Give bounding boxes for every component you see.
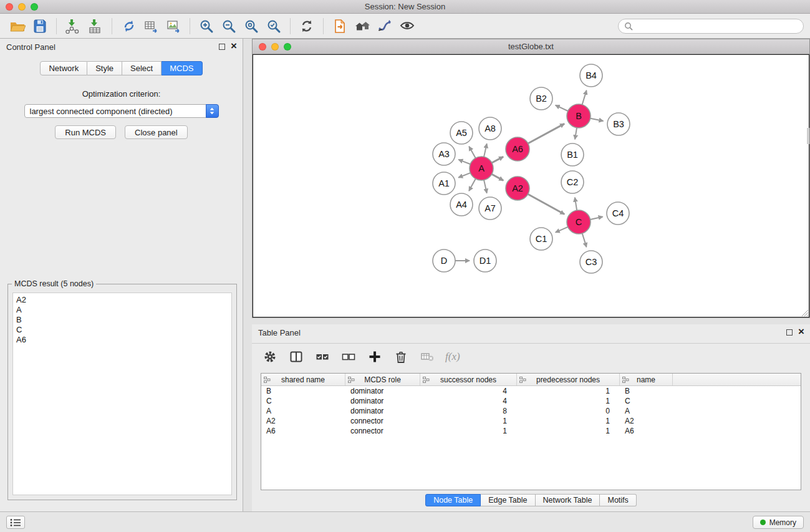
node-A3[interactable]: A3 <box>433 143 455 165</box>
cell-predecessor-nodes[interactable]: 0 <box>517 406 620 416</box>
float-table-panel-icon[interactable] <box>786 329 793 336</box>
show-columns-button[interactable] <box>288 349 304 365</box>
cell-mcds-role[interactable]: dominator <box>345 386 420 396</box>
import-network-button[interactable] <box>62 16 84 36</box>
node-A2[interactable]: A2 <box>506 177 529 200</box>
edge-C-C2[interactable] <box>575 198 577 211</box>
node-A4[interactable]: A4 <box>450 193 473 216</box>
tab-network-table[interactable]: Network Table <box>536 494 600 506</box>
open-session-button[interactable] <box>6 16 29 36</box>
edge-C-C3[interactable] <box>582 233 587 247</box>
cell-name[interactable]: B <box>620 386 673 396</box>
edge-A-A3[interactable] <box>458 160 470 164</box>
node-B3[interactable]: B3 <box>607 113 630 135</box>
apply-style-button[interactable] <box>374 16 396 36</box>
cell-predecessor-nodes[interactable]: 1 <box>517 386 620 396</box>
cell-shared-name[interactable]: C <box>261 396 345 406</box>
result-item-b[interactable]: B <box>16 315 228 325</box>
cell-mcds-role[interactable]: connector <box>345 426 420 436</box>
cell-predecessor-nodes[interactable]: 1 <box>517 426 620 436</box>
edge-B-B4[interactable] <box>582 90 587 105</box>
add-row-button[interactable] <box>367 349 383 365</box>
zoom-selected-button[interactable] <box>263 16 285 36</box>
resize-grip-icon[interactable] <box>801 309 809 317</box>
cell-predecessor-nodes[interactable]: 1 <box>517 416 620 426</box>
node-B[interactable]: B <box>567 104 591 128</box>
cell-name[interactable]: A <box>620 406 673 416</box>
cell-shared-name[interactable]: B <box>261 386 345 396</box>
tab-edge-table[interactable]: Edge Table <box>481 494 535 506</box>
node-D[interactable]: D <box>433 249 455 272</box>
zoom-fit-button[interactable] <box>240 16 263 36</box>
unselect-all-button[interactable] <box>340 349 357 365</box>
cell-shared-name[interactable]: A6 <box>261 426 345 436</box>
edge-A-A8[interactable] <box>484 143 487 157</box>
node-C1[interactable]: C1 <box>530 228 552 250</box>
save-session-button[interactable] <box>29 16 51 36</box>
search-box[interactable] <box>618 19 804 34</box>
cell-name[interactable]: C <box>620 396 673 406</box>
import-table-button[interactable] <box>84 16 107 36</box>
node-B1[interactable]: B1 <box>561 143 584 166</box>
search-input[interactable] <box>637 21 798 31</box>
node-A8[interactable]: A8 <box>479 117 501 140</box>
cell-successor-nodes[interactable]: 8 <box>420 406 517 416</box>
edge-A-A1[interactable] <box>458 173 470 178</box>
cell-successor-nodes[interactable]: 4 <box>420 396 517 406</box>
column-header-successor-nodes[interactable]: successor nodes <box>420 374 517 385</box>
run-mcds-button[interactable]: Run MCDS <box>55 125 116 139</box>
column-header-name[interactable]: name <box>620 374 673 385</box>
table-row-a[interactable]: Adominator80A <box>261 406 801 416</box>
delete-rows-button[interactable] <box>393 349 409 365</box>
cell-predecessor-nodes[interactable]: 1 <box>517 396 620 406</box>
node-A1[interactable]: A1 <box>433 172 455 195</box>
edge-A6-B[interactable] <box>528 123 564 143</box>
network-window-titlebar[interactable]: testGlobe.txt <box>253 39 809 54</box>
tab-select[interactable]: Select <box>122 61 162 75</box>
edge-A-A2[interactable] <box>492 174 504 180</box>
task-history-button[interactable] <box>6 516 25 529</box>
tab-mcds[interactable]: MCDS <box>162 61 202 75</box>
criterion-dropdown[interactable]: largest connected component (directed) <box>24 104 219 118</box>
node-B2[interactable]: B2 <box>530 87 552 110</box>
edge-C-C1[interactable] <box>556 227 568 233</box>
edge-B-B3[interactable] <box>591 118 604 121</box>
node-A5[interactable]: A5 <box>450 122 473 144</box>
node-A7[interactable]: A7 <box>479 197 501 220</box>
node-C4[interactable]: C4 <box>607 202 629 225</box>
float-panel-icon[interactable] <box>219 44 225 50</box>
select-all-button[interactable] <box>314 349 330 365</box>
close-panel-button[interactable]: Close panel <box>125 125 188 139</box>
cell-name[interactable]: A6 <box>620 426 673 436</box>
cell-shared-name[interactable]: A2 <box>261 416 345 426</box>
table-row-a6[interactable]: A6connector11A6 <box>261 426 801 436</box>
new-table-button[interactable] <box>140 16 162 36</box>
cell-successor-nodes[interactable]: 1 <box>420 426 517 436</box>
edge-B-B2[interactable] <box>556 105 568 111</box>
node-D1[interactable]: D1 <box>474 249 496 272</box>
refresh-layout-button[interactable] <box>296 16 318 36</box>
cell-mcds-role[interactable]: connector <box>345 416 420 426</box>
cell-name[interactable]: A2 <box>620 416 673 426</box>
node-C3[interactable]: C3 <box>580 251 602 273</box>
close-panel-icon[interactable]: × <box>231 40 237 52</box>
tab-network[interactable]: Network <box>40 61 87 75</box>
edge-A2-C[interactable] <box>528 194 565 214</box>
table-row-c[interactable]: Cdominator41C <box>261 396 801 406</box>
zoom-out-button[interactable] <box>218 16 240 36</box>
column-header-shared-name[interactable]: shared name <box>261 374 345 385</box>
column-header-predecessor-nodes[interactable]: predecessor nodes <box>517 374 620 385</box>
edge-A-A4[interactable] <box>469 179 476 191</box>
open-file-button[interactable] <box>329 16 351 36</box>
cell-mcds-role[interactable]: dominator <box>345 406 420 416</box>
home-view-button[interactable] <box>351 16 374 36</box>
mcds-result-list[interactable]: A2ABCA6 <box>12 293 232 495</box>
new-network-button[interactable] <box>117 16 140 36</box>
tab-style[interactable]: Style <box>87 61 122 75</box>
cell-mcds-role[interactable]: dominator <box>345 396 420 406</box>
table-row-b[interactable]: Bdominator41B <box>261 386 801 396</box>
export-image-button[interactable] <box>162 16 185 36</box>
zoom-in-button[interactable] <box>195 16 218 36</box>
column-header-mcds-role[interactable]: MCDS role <box>345 374 420 385</box>
node-A6[interactable]: A6 <box>506 137 529 161</box>
